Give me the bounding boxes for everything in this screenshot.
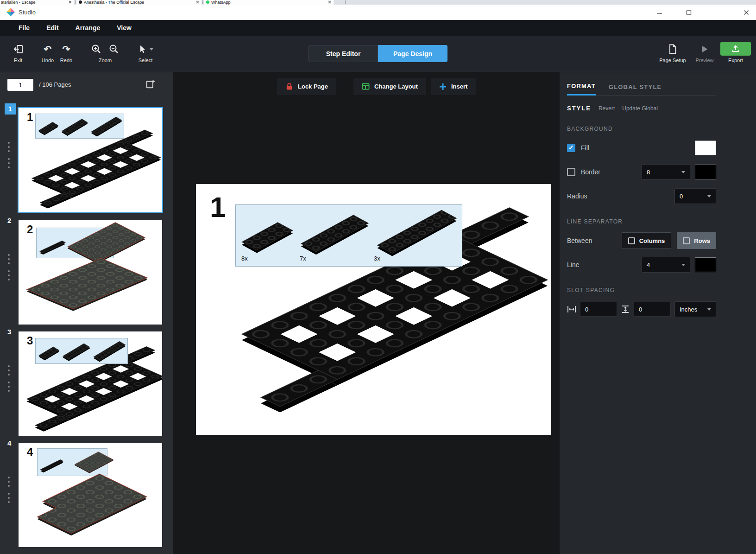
mini-parts-image <box>37 115 122 137</box>
change-layout-button[interactable]: Change Layout <box>353 78 426 95</box>
window-title: Studio <box>19 9 36 16</box>
pages-total-label: / 106 Pages <box>39 81 71 88</box>
parts-image <box>238 207 458 257</box>
format-panel: FORMAT GLOBAL STYLE STYLE Revert Update … <box>560 72 756 554</box>
tab-close-icon[interactable] <box>196 0 199 4</box>
export-upload-icon <box>731 45 740 53</box>
preview-button[interactable]: Preview <box>693 43 716 63</box>
line-color-swatch[interactable] <box>695 257 716 272</box>
tab-close-icon[interactable] <box>328 0 331 4</box>
units-dropdown[interactable]: Inches <box>674 301 716 317</box>
slot-spacing-section-heading: SLOT SPACING <box>567 287 716 293</box>
fill-checkbox[interactable] <box>567 144 575 152</box>
page-number-label: 3 <box>7 328 11 336</box>
mini-step-number: 1 <box>27 111 33 124</box>
line-width-dropdown[interactable]: 4 <box>642 257 690 273</box>
preview-play-icon <box>701 45 708 53</box>
mini-parts-image <box>37 340 126 362</box>
border-color-swatch[interactable] <box>695 165 716 179</box>
drag-handle[interactable] <box>8 365 10 392</box>
drag-handle[interactable] <box>8 254 10 280</box>
part-quantity: 7x <box>300 255 306 262</box>
page-setup-button[interactable]: Page Setup <box>657 43 688 63</box>
fill-color-swatch[interactable] <box>695 140 716 155</box>
lock-page-button[interactable]: Lock Page <box>277 78 336 95</box>
undo-button[interactable]: ↶ Undo <box>39 43 57 63</box>
tab-separator <box>345 0 346 4</box>
toolbar: Exit ↶ Undo ↷ Redo Zoom Select Step Edit… <box>0 36 756 72</box>
select-cursor-icon <box>138 45 146 54</box>
maximize-button[interactable] <box>685 8 693 17</box>
border-width-dropdown[interactable]: 8 <box>642 164 690 180</box>
add-page-icon[interactable] <box>145 79 156 89</box>
horizontal-spacing-input[interactable] <box>580 302 617 317</box>
radius-row: Radius 0 <box>567 188 716 204</box>
instruction-page[interactable]: 1 8x 7x 3x <box>196 184 551 435</box>
vertical-spacing-input[interactable] <box>634 302 671 317</box>
page-number-label: 4 <box>7 439 11 447</box>
page-thumbnail-4[interactable]: 4 <box>19 443 162 547</box>
zoom-tools: Zoom <box>84 43 126 63</box>
exit-icon <box>13 45 23 54</box>
current-page-input[interactable] <box>7 79 33 91</box>
tab-global-style[interactable]: GLOBAL STYLE <box>609 83 662 95</box>
title-bar: Studio <box>0 5 756 20</box>
part-quantity: 3x <box>374 255 380 262</box>
exit-button[interactable]: Exit <box>7 43 29 63</box>
menu-file[interactable]: File <box>10 20 38 36</box>
revert-link[interactable]: Revert <box>598 105 615 112</box>
lock-icon <box>285 83 293 90</box>
mode-switcher: Step Editor Page Design <box>309 45 447 62</box>
minimize-button[interactable] <box>655 8 664 17</box>
update-global-link[interactable]: Update Global <box>622 105 658 112</box>
page-design-button[interactable]: Page Design <box>378 45 447 62</box>
mini-step-number: 4 <box>27 446 33 458</box>
vertical-spacing-icon <box>621 305 630 313</box>
between-label: Between <box>567 237 592 244</box>
step-editor-button[interactable]: Step Editor <box>309 45 378 62</box>
tab-close-icon[interactable] <box>69 0 72 4</box>
insert-plus-icon <box>439 83 447 90</box>
fill-row: Fill <box>567 140 716 156</box>
rows-checkbox <box>683 237 690 244</box>
menu-edit[interactable]: Edit <box>38 20 67 36</box>
page-thumbnail-1[interactable]: 1 <box>19 108 162 212</box>
redo-button[interactable]: ↷ Redo <box>57 43 75 63</box>
menu-view[interactable]: View <box>108 20 140 36</box>
mini-parts-callout <box>35 114 124 139</box>
menu-arrange[interactable]: Arrange <box>67 20 109 36</box>
browser-tab-label: Anesthesia - The Official Escape <box>84 0 144 5</box>
studio-window: aterialien - Escape Anesthesia - The Off… <box>0 0 756 554</box>
export-button[interactable]: Export <box>719 42 752 63</box>
line-label: Line <box>567 261 579 268</box>
between-row: Between Columns Rows <box>567 232 716 249</box>
slot-spacing-row: Inches <box>567 301 716 318</box>
drag-handle[interactable] <box>8 142 10 168</box>
browser-tab-3[interactable]: WhatsApp <box>204 0 334 5</box>
select-tool-button[interactable]: Select <box>131 43 160 63</box>
page-thumbnail-3[interactable]: 3 <box>19 331 162 436</box>
undo-icon: ↶ <box>44 45 52 54</box>
parts-callout[interactable]: 8x 7x 3x <box>235 204 462 267</box>
mini-assembly-image <box>24 129 162 212</box>
radius-dropdown[interactable]: 0 <box>674 188 716 204</box>
browser-tab-1[interactable]: aterialien - Escape <box>0 0 74 5</box>
tab-format[interactable]: FORMAT <box>567 83 596 96</box>
drag-handle[interactable] <box>8 477 10 503</box>
pages-sidebar: / 106 Pages 1 1 2 2 3 3 <box>0 72 173 554</box>
close-button[interactable] <box>742 8 750 17</box>
page-thumbnail-2[interactable]: 2 <box>19 220 162 325</box>
rows-toggle[interactable]: Rows <box>677 232 716 249</box>
browser-tab-2[interactable]: Anesthesia - The Official Escape <box>76 0 202 5</box>
browser-tab-label: aterialien - Escape <box>1 0 36 5</box>
insert-button[interactable]: Insert <box>431 78 476 95</box>
columns-toggle[interactable]: Columns <box>622 232 672 249</box>
line-row: Line 4 <box>567 256 716 273</box>
step-number: 1 <box>210 191 226 223</box>
zoom-out-icon[interactable] <box>109 44 119 54</box>
border-checkbox[interactable] <box>567 168 575 176</box>
mini-step-number: 2 <box>27 223 33 236</box>
zoom-in-icon[interactable] <box>91 44 101 54</box>
whatsapp-favicon <box>206 0 209 4</box>
border-row: Border 8 <box>567 164 716 180</box>
